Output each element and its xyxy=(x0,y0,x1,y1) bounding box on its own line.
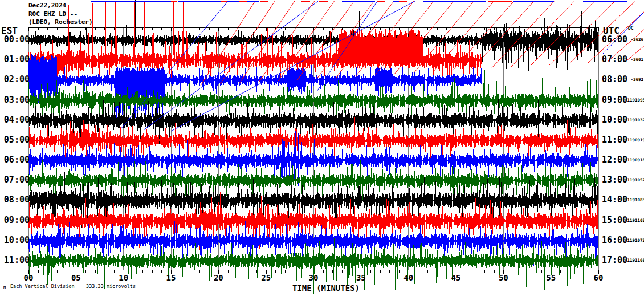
minute-tick-label: 35 xyxy=(356,274,366,282)
dc-offset-value: -1191095 xyxy=(625,98,643,103)
minute-tick-label: 00 xyxy=(24,274,34,282)
header-date: Dec22,2024 xyxy=(28,2,66,9)
dc-offset-value: -3601 xyxy=(625,57,643,63)
est-time-label: 04:00 xyxy=(0,115,30,124)
time-axis-title: TIME (MINUTES) xyxy=(292,283,360,293)
minute-tick-label: 20 xyxy=(214,274,223,282)
minute-tick-label: 40 xyxy=(403,274,413,282)
minute-tick-label: 50 xyxy=(499,274,508,282)
helicorder-plot xyxy=(0,0,644,296)
dc-offset-value: -3692 xyxy=(625,77,643,83)
dc-offset-value: -3626 xyxy=(625,37,643,43)
dc-offset-value: -1190919 xyxy=(625,137,643,143)
watermark-mark: M xyxy=(3,285,6,290)
est-time-label: 06:00 xyxy=(0,155,30,164)
minute-tick-label: 45 xyxy=(451,274,461,282)
est-time-label: 00:00 xyxy=(0,35,30,44)
header-station: ROC EHZ LD -- xyxy=(28,10,78,18)
est-time-label: 01:00 xyxy=(0,55,30,64)
dc-axis-label: DC xyxy=(628,26,634,31)
est-time-label: 03:00 xyxy=(0,95,30,104)
scale-footnote: Each Vertical Division = 333.33 microvol… xyxy=(10,283,136,289)
header-location: (LDEO, Rochester) xyxy=(28,18,93,26)
dc-offset-value: -1191168 xyxy=(625,258,643,263)
minute-tick-label: 10 xyxy=(119,274,128,282)
minute-tick-label: 05 xyxy=(71,274,81,282)
dc-offset-value: -1191102 xyxy=(625,218,643,224)
minute-tick-label: 60 xyxy=(594,274,604,282)
dc-offset-value: -1191083 xyxy=(625,197,643,203)
dc-offset-value: -1191057 xyxy=(625,177,643,183)
est-time-label: 10:00 xyxy=(0,236,30,245)
minute-tick-label: 55 xyxy=(546,274,556,282)
seismogram-page: Dec22,2024 ROC EHZ LD -- (LDEO, Rocheste… xyxy=(0,0,644,296)
est-time-label: 11:00 xyxy=(0,256,30,265)
dc-offset-value: -1190918 xyxy=(625,157,643,163)
dc-offset-value: -1191032 xyxy=(625,117,643,123)
minute-tick-label: 30 xyxy=(309,274,319,282)
est-time-label: 08:00 xyxy=(0,195,30,204)
est-time-label: 07:00 xyxy=(0,175,30,184)
est-time-label: 09:00 xyxy=(0,216,30,225)
est-time-label: 02:00 xyxy=(0,75,30,84)
dc-offset-value: -1191072 xyxy=(625,238,643,244)
minute-tick-label: 15 xyxy=(166,274,176,282)
minute-tick-label: 25 xyxy=(261,274,271,282)
est-time-label: 05:00 xyxy=(0,135,30,144)
